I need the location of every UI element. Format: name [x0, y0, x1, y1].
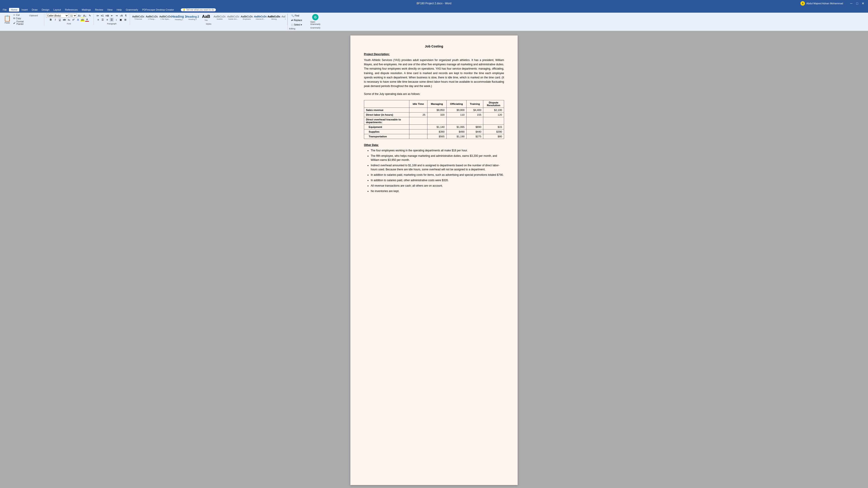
style-no-space[interactable]: AaBbCcDc 1 No Spac...: [159, 14, 172, 21]
multilevel-list-button[interactable]: ≡⊞: [105, 13, 110, 18]
style-no-spacing[interactable]: AaBbCcDc 1 Parap...: [145, 14, 158, 21]
increase-indent-button[interactable]: ⇥: [115, 13, 119, 18]
menu-bar: File Home Insert Draw Design Layout Refe…: [0, 7, 868, 13]
bullet-item: The fifth employee, who helps manage mar…: [371, 154, 504, 162]
style-emphasis[interactable]: AaBbCcDc Emphasis: [240, 14, 253, 21]
justify-button[interactable]: ☰: [110, 18, 114, 22]
data-table: Idle Time Managing Officiating Training …: [364, 100, 504, 139]
cell-overhead-training: [467, 117, 483, 125]
font-name-select[interactable]: Calibri (Body): [46, 13, 69, 18]
other-data-label: Other Data:: [364, 143, 379, 147]
shading-button[interactable]: ▣: [119, 18, 123, 22]
superscript-button[interactable]: x²: [71, 18, 75, 22]
row-label-overhead: Direct overhead traceable to departments…: [364, 117, 409, 125]
clear-format-button[interactable]: ✎: [88, 13, 92, 18]
cell-supplies-idle: [409, 129, 428, 134]
replace-icon: ⇄: [291, 19, 293, 22]
cell-overhead-officiating: [446, 117, 467, 125]
ribbon: 📋 Paste ✂ Cut ⧉ Copy 🖌 Format Painter Cl…: [0, 13, 868, 31]
cell-labor-idle: 25: [409, 112, 428, 117]
increase-font-button[interactable]: A↑: [77, 13, 82, 18]
style-strong[interactable]: AaBbCcDc Strong: [268, 14, 281, 21]
numbered-list-button[interactable]: ≡1: [100, 13, 104, 18]
menu-references[interactable]: References: [63, 8, 80, 11]
format-painter-button[interactable]: 🖌 Format Painter: [13, 20, 24, 26]
title-bar: BF180 Project 2.docx - Word A Abdul Maje…: [0, 0, 868, 7]
paste-button[interactable]: 📋 Paste: [3, 13, 12, 26]
cell-overhead-dispute: [483, 117, 504, 125]
clipboard-right: ✂ Cut ⧉ Copy 🖌 Format Painter: [12, 13, 24, 26]
cell-equip-training: $890: [467, 125, 483, 129]
borders-button[interactable]: ⊞: [123, 18, 127, 22]
text-effects-button[interactable]: A: [76, 18, 80, 22]
cell-equip-officiating: $1,065: [446, 125, 467, 129]
document-area: Job Costing Project Description: Youth A…: [0, 31, 868, 488]
cell-overhead-idle: [409, 117, 428, 125]
copy-button[interactable]: ⧉ Copy: [13, 17, 24, 20]
menu-insert[interactable]: Insert: [20, 8, 30, 11]
bold-button[interactable]: B: [49, 18, 53, 22]
bullet-item: Indirect overhead amounted to $1,168 and…: [371, 163, 504, 171]
menu-file[interactable]: File: [1, 8, 8, 11]
style-normal[interactable]: AaBbCcDc ¶ Normal: [132, 14, 145, 21]
decrease-font-button[interactable]: A↓: [83, 13, 87, 18]
find-button[interactable]: 🔍 Find: [290, 13, 304, 18]
style-quote[interactable]: AaBbCcDc Quote: [281, 14, 285, 21]
subscript-button[interactable]: x₂: [67, 18, 71, 22]
menu-design[interactable]: Design: [40, 8, 51, 11]
row-label-equipment: Equipment: [364, 125, 409, 129]
font-size-select[interactable]: 11: [69, 13, 77, 18]
row-label-labor: Direct labor (in hours): [364, 112, 409, 117]
cell-supplies-training: $440: [467, 129, 483, 134]
font-color-button[interactable]: A: [85, 18, 89, 22]
align-left-button[interactable]: ≡: [96, 18, 100, 22]
style-subtle-em[interactable]: AaBbCcDc Subtle Em...: [227, 14, 240, 21]
minimize-button[interactable]: ─: [848, 1, 854, 6]
style-intense-em[interactable]: AaBbCcDc Intense E...: [254, 14, 267, 21]
bullet-list-button[interactable]: ≡•: [96, 13, 100, 18]
table-row: Supplies $390 $490 $440 $390: [364, 129, 504, 134]
menu-pdfescape[interactable]: PDFescape Desktop Creator: [141, 8, 176, 11]
menu-grammarly[interactable]: Grammarly: [124, 8, 140, 11]
menu-view[interactable]: View: [105, 8, 114, 11]
select-icon: ⬚: [291, 24, 293, 26]
cut-button[interactable]: ✂ Cut: [13, 13, 24, 17]
style-heading1[interactable]: Heading 1 Heading 1: [173, 14, 186, 21]
close-button[interactable]: ✕: [860, 1, 866, 6]
menu-review[interactable]: Review: [93, 8, 105, 11]
table-row: Direct labor (in hours) 25 320 110 155 1…: [364, 112, 504, 117]
decrease-indent-button[interactable]: ⇤: [110, 13, 114, 18]
cell-equip-idle: [409, 125, 428, 129]
col-header-training: Training: [467, 100, 483, 107]
align-center-button[interactable]: ☰: [101, 18, 105, 22]
style-heading2[interactable]: Heading 2 Heading 2: [186, 14, 199, 21]
strikethrough-button[interactable]: ab: [62, 18, 66, 22]
cell-transport-idle: [409, 134, 428, 139]
menu-mailings[interactable]: Mailings: [80, 8, 93, 11]
text-highlight-button[interactable]: ab: [81, 18, 85, 22]
restore-button[interactable]: □: [855, 1, 860, 6]
show-hide-button[interactable]: ¶: [124, 13, 128, 18]
menu-help[interactable]: Help: [115, 8, 124, 11]
open-grammarly-button[interactable]: G OpenGrammarly: [309, 13, 322, 26]
sort-button[interactable]: ↕A: [119, 13, 123, 18]
line-spacing-button[interactable]: ↕: [114, 18, 118, 22]
tell-me-bar[interactable]: 💡 Tell me what you want to do: [181, 8, 216, 11]
align-right-button[interactable]: ≡: [105, 18, 109, 22]
style-subtitle[interactable]: AaBbCcDc Subtitle: [213, 14, 226, 21]
italic-button[interactable]: I: [53, 18, 57, 22]
cell-sales-training: $4,400: [467, 107, 483, 112]
menu-home[interactable]: Home: [9, 8, 19, 11]
format-painter-icon: 🖌: [13, 22, 16, 24]
select-button[interactable]: ⬚ Select ▾: [290, 23, 304, 27]
cell-transport-dispute: $80: [483, 134, 504, 139]
menu-layout[interactable]: Layout: [52, 8, 63, 11]
replace-button[interactable]: ⇄ Replace: [290, 18, 304, 22]
menu-draw[interactable]: Draw: [30, 8, 39, 11]
underline-button[interactable]: U: [58, 18, 62, 22]
cell-equip-managing: $1,140: [427, 125, 446, 129]
row-label-transport: Transportation: [364, 134, 409, 139]
bullet-item: In addition to salaries paid, marketing …: [371, 173, 504, 177]
style-title[interactable]: AaB Title: [199, 13, 213, 22]
para-row-1: ≡• ≡1 ≡⊞ ⇤ ⇥ ↕A ¶: [96, 13, 128, 18]
